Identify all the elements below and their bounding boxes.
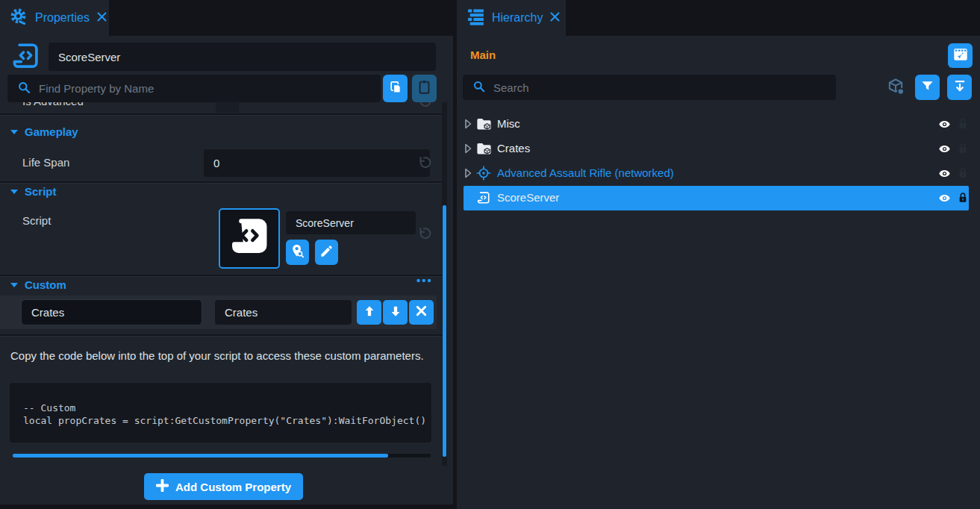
- editor-workspace: Properties ScoreServer Find Property by …: [0, 0, 980, 509]
- tab-hierarchy-label: Hierarchy: [492, 11, 543, 25]
- tab-strip-background: [566, 0, 980, 36]
- lock-icon[interactable]: [957, 117, 969, 134]
- script-name-value: ScoreServer: [296, 217, 354, 229]
- tree-item-label: ScoreServer: [497, 191, 559, 204]
- hierarchy-list-icon: [466, 7, 485, 29]
- section-gameplay-header[interactable]: Gameplay: [10, 125, 78, 138]
- delete-custom-property-button[interactable]: [409, 300, 434, 325]
- divider: [0, 334, 442, 336]
- script-object-icon: [9, 41, 42, 75]
- custom-param-name-field[interactable]: Crates: [21, 299, 202, 325]
- section-custom-header[interactable]: Custom: [10, 278, 66, 291]
- tab-properties[interactable]: Properties: [0, 0, 109, 36]
- object-name-field[interactable]: ScoreServer: [49, 43, 436, 71]
- close-icon[interactable]: [96, 11, 107, 25]
- copy-properties-button[interactable]: [383, 75, 408, 102]
- move-down-button[interactable]: [383, 300, 408, 325]
- tab-strip-background: [109, 0, 453, 36]
- tree-row-misc[interactable]: Misc: [457, 112, 980, 137]
- hierarchy-search-input[interactable]: Search: [463, 75, 836, 100]
- custom-param-value: Crates: [225, 306, 258, 319]
- vertical-scrollbar-thumb[interactable]: [443, 205, 446, 457]
- chevron-down-icon: [10, 190, 18, 194]
- custom-help-text: Copy the code below into the top of your…: [10, 349, 428, 363]
- section-custom-title: Custom: [25, 278, 66, 291]
- script-name-field[interactable]: ScoreServer: [286, 211, 416, 234]
- custom-param-name-value: Crates: [31, 306, 64, 319]
- visibility-eye-icon[interactable]: [938, 192, 951, 207]
- section-script-title: Script: [25, 185, 57, 198]
- filter-button[interactable]: [915, 75, 940, 100]
- code-line: -- Custom: [23, 402, 431, 414]
- folder-cube-icon: [475, 140, 493, 160]
- reset-icon[interactable]: [416, 102, 432, 113]
- life-span-label: Life Span: [22, 156, 69, 169]
- vertical-scrollbar[interactable]: [442, 102, 447, 466]
- arrow-down-icon: [389, 305, 402, 321]
- reset-icon[interactable]: [416, 154, 432, 174]
- section-menu-icon[interactable]: •••: [416, 274, 433, 287]
- chevron-down-icon: [10, 283, 18, 287]
- expand-caret-icon[interactable]: [463, 167, 473, 182]
- plus-icon: [156, 479, 169, 494]
- pencil-icon: [319, 244, 334, 261]
- divider: [0, 113, 442, 115]
- collapse-down-icon: [952, 78, 967, 96]
- add-custom-property-button[interactable]: Add Custom Property: [144, 473, 303, 500]
- properties-panel: Properties ScoreServer Find Property by …: [0, 0, 453, 505]
- visibility-eye-icon[interactable]: [938, 118, 951, 134]
- copy-icon: [388, 80, 403, 98]
- edit-script-button[interactable]: [315, 240, 338, 265]
- pin-search-icon: [290, 243, 305, 262]
- visibility-eye-icon[interactable]: [938, 143, 951, 158]
- find-script-button[interactable]: [286, 240, 309, 265]
- tab-properties-label: Properties: [35, 11, 90, 25]
- folder-cube-icon: [475, 116, 493, 136]
- tree-row-scoreserver[interactable]: ScoreServer: [457, 186, 980, 210]
- hierarchy-panel: Hierarchy Main Search: [457, 0, 980, 509]
- package-cube-icon[interactable]: [885, 77, 906, 101]
- tree-item-label: Advanced Assault Rifle (networked): [497, 166, 674, 179]
- paste-properties-button[interactable]: [412, 75, 437, 102]
- visibility-eye-icon[interactable]: [938, 167, 951, 183]
- script-tree-icon: [475, 190, 491, 209]
- section-script-header[interactable]: Script: [10, 185, 57, 198]
- add-custom-property-label: Add Custom Property: [175, 481, 291, 493]
- scene-name-label[interactable]: Main: [470, 49, 496, 61]
- tab-hierarchy[interactable]: Hierarchy: [457, 0, 566, 36]
- tree-row-crates[interactable]: Crates: [457, 137, 980, 161]
- horizontal-scrollbar[interactable]: [13, 454, 431, 458]
- expand-caret-icon[interactable]: [463, 118, 473, 133]
- code-line: local propCrates = script:GetCustomPrope…: [23, 414, 431, 427]
- life-span-field[interactable]: 0: [204, 149, 430, 177]
- script-asset-slot[interactable]: [219, 208, 280, 269]
- properties-content: Is Advanced Gameplay Life Span 0: [0, 102, 453, 505]
- move-up-button[interactable]: [357, 300, 381, 325]
- clapper-rocket-icon: [952, 46, 969, 66]
- script-asset-icon: [228, 216, 271, 262]
- search-icon: [472, 80, 486, 96]
- reset-icon[interactable]: [416, 225, 432, 245]
- custom-param-value-field[interactable]: Crates: [215, 300, 352, 325]
- code-snippet-box[interactable]: -- Custom local propCrates = script:GetC…: [10, 383, 431, 443]
- divider: [0, 181, 442, 183]
- search-icon: [17, 81, 31, 97]
- property-search-input[interactable]: Find Property by Name: [7, 75, 381, 102]
- lock-icon[interactable]: [957, 191, 969, 207]
- scene-events-button[interactable]: [948, 43, 973, 68]
- object-name-value: ScoreServer: [58, 51, 120, 63]
- is-advanced-label: Is Advanced: [22, 102, 84, 107]
- networked-template-icon: [475, 165, 492, 184]
- lock-icon[interactable]: [957, 166, 969, 183]
- horizontal-scrollbar-thumb[interactable]: [13, 454, 388, 458]
- expand-caret-icon[interactable]: [463, 143, 473, 157]
- life-span-value: 0: [213, 157, 219, 169]
- is-advanced-checkbox[interactable]: [216, 102, 239, 113]
- tree-row-advanced-assault-rifle[interactable]: Advanced Assault Rifle (networked): [457, 161, 980, 186]
- lock-icon[interactable]: [957, 142, 969, 158]
- close-icon[interactable]: [549, 11, 561, 25]
- collapse-all-button[interactable]: [947, 75, 972, 100]
- section-gameplay-title: Gameplay: [25, 125, 78, 138]
- divider: [0, 275, 442, 276]
- tree-item-label: Crates: [497, 142, 530, 154]
